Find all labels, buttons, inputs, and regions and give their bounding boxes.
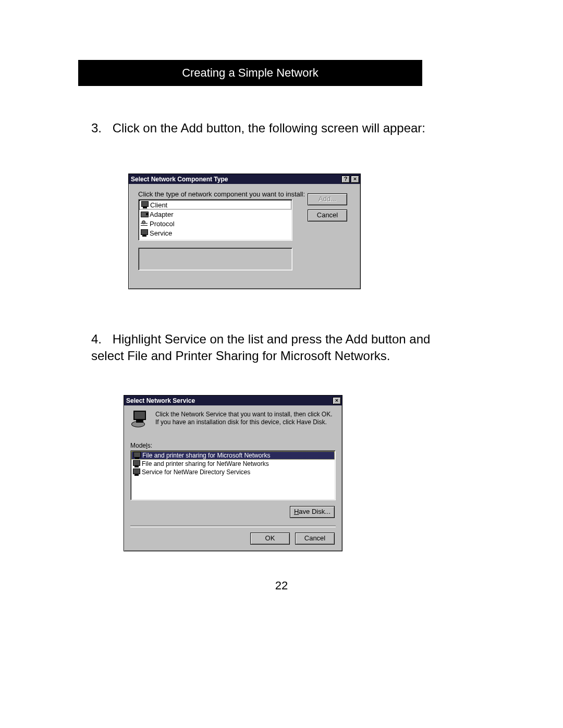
service-icon xyxy=(133,451,141,460)
list-item-adapter[interactable]: Adapter xyxy=(139,209,291,219)
adapter-icon xyxy=(140,210,149,218)
component-description-panel xyxy=(138,248,292,270)
models-listbox[interactable]: File and printer sharing for Microsoft N… xyxy=(130,450,336,500)
step-3-text: Click on the Add button, the following s… xyxy=(113,121,425,135)
have-disk-button[interactable]: Have Disk... xyxy=(290,506,335,518)
list-item-label: Service for NetWare Directory Services xyxy=(142,468,250,476)
step-3: 3. Click on the Add button, the followin… xyxy=(91,120,456,137)
step-3-number: 3. xyxy=(91,120,109,137)
list-item-client[interactable]: Client xyxy=(139,200,291,209)
close-button[interactable]: × xyxy=(333,397,341,404)
select-network-component-type-dialog: Select Network Component Type ? × Click … xyxy=(128,174,361,289)
list-item-label: File and printer sharing for NetWare Net… xyxy=(142,460,269,467)
help-button[interactable]: ? xyxy=(341,176,350,183)
cancel-button[interactable]: Cancel xyxy=(295,533,335,545)
models-label-pre: Mode xyxy=(130,442,146,449)
close-button[interactable]: × xyxy=(351,176,359,183)
list-item-label: Client xyxy=(150,201,167,209)
model-item-ms-file-print-sharing[interactable]: File and printer sharing for Microsoft N… xyxy=(131,451,335,460)
service-icon xyxy=(132,460,141,468)
models-label-post: s: xyxy=(148,442,152,449)
list-item-label: File and printer sharing for Microsoft N… xyxy=(142,452,270,459)
dialog2-titlebar: Select Network Service × xyxy=(124,396,342,405)
step-4: 4. Highlight Service on the list and pre… xyxy=(91,331,456,365)
dialog2-instruction: Click the Network Service that you want … xyxy=(155,411,333,426)
component-type-listbox[interactable]: Client Adapter Protocol Service xyxy=(138,199,292,241)
list-item-label: Service xyxy=(150,229,172,237)
dialog2-title: Select Network Service xyxy=(126,397,332,404)
service-icon xyxy=(132,468,141,476)
dialog2-divider xyxy=(130,525,336,527)
manual-page: Creating a Simple Network 3. Click on th… xyxy=(0,0,563,728)
have-disk-label-rest: ave Disk... xyxy=(299,508,331,515)
list-item-label: Protocol xyxy=(150,220,175,228)
step-4-text: Highlight Service on the list and press … xyxy=(91,332,430,363)
page-number: 22 xyxy=(0,579,563,593)
list-item-service[interactable]: Service xyxy=(139,228,291,238)
protocol-icon xyxy=(140,219,149,228)
models-label: Models: xyxy=(130,442,152,449)
dialog1-titlebar: Select Network Component Type ? × xyxy=(129,174,360,184)
section-header: Creating a Simple Network xyxy=(78,60,422,86)
select-network-service-dialog: Select Network Service × Click the Netwo… xyxy=(124,395,342,551)
dialog2-body: Click the Network Service that you want … xyxy=(124,405,342,551)
ok-button[interactable]: OK xyxy=(250,533,290,545)
list-item-label: Adapter xyxy=(150,211,174,218)
dialog1-title: Select Network Component Type xyxy=(131,176,340,183)
model-item-netware-file-print-sharing[interactable]: File and printer sharing for NetWare Net… xyxy=(131,460,335,468)
model-item-netware-directory-services[interactable]: Service for NetWare Directory Services xyxy=(131,468,335,476)
dialog1-body: Click the type of network component you … xyxy=(129,184,360,246)
add-button[interactable]: Add... xyxy=(308,193,347,205)
list-item-protocol[interactable]: Protocol xyxy=(139,219,291,228)
network-service-icon xyxy=(131,411,150,427)
cancel-button[interactable]: Cancel xyxy=(308,209,347,221)
client-icon xyxy=(141,201,149,209)
step-4-number: 4. xyxy=(91,331,109,348)
service-icon xyxy=(140,229,149,237)
